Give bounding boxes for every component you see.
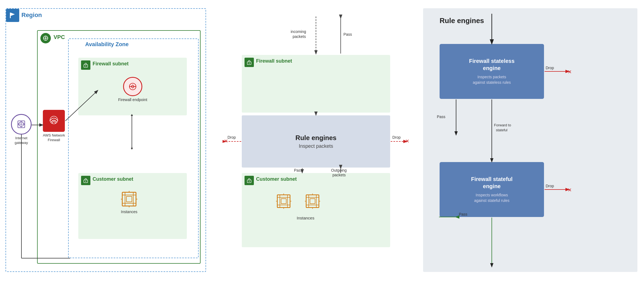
svg-rect-0 xyxy=(10,13,11,18)
left-instances-label: Instances xyxy=(121,210,137,214)
svg-text:✕: ✕ xyxy=(405,138,409,144)
mid-firewall-subnet-box: Firewall subnet xyxy=(242,55,390,113)
rule-engines-title: Rule engines xyxy=(295,134,336,142)
mid-incoming-label: incoming xyxy=(291,29,306,34)
nfw-icon xyxy=(43,110,65,132)
stateless-engine-sub: Inspects packetsagainst stateless rules xyxy=(473,74,511,85)
mid-firewall-subnet-label: Firewall subnet xyxy=(256,58,292,64)
svg-point-5 xyxy=(85,66,86,66)
mid-instances-label: Instances xyxy=(297,216,314,220)
svg-text:packets: packets xyxy=(293,34,306,39)
svg-text:Forward to: Forward to xyxy=(494,123,511,127)
mid-instances-row xyxy=(275,192,321,210)
left-instance-icon xyxy=(120,190,139,209)
region-label: Region xyxy=(21,12,42,19)
stateful-engine-sub: Inspects workflowsagainst stateful rules xyxy=(474,193,509,203)
svg-text:Pass: Pass xyxy=(294,168,302,172)
diagram-container: Region VPC Availability Zone Firewall su… xyxy=(0,0,644,284)
left-customer-subnet-icon xyxy=(81,176,90,185)
svg-rect-17 xyxy=(126,196,132,202)
firewall-endpoint-label: Firewall endpoint xyxy=(118,98,147,102)
svg-text:Pass: Pass xyxy=(437,115,445,119)
left-firewall-subnet-box: Firewall subnet Firewall endpoint xyxy=(78,58,187,115)
svg-text:Pass: Pass xyxy=(343,32,352,37)
left-firewall-subnet-label: Firewall subnet xyxy=(93,61,129,67)
az-label: Availability Zone xyxy=(85,41,129,48)
mid-instance-icon-2 xyxy=(304,192,321,210)
svg-rect-37 xyxy=(277,195,290,207)
nfw-box: AWS NetworkFirewall xyxy=(43,110,65,143)
svg-text:Drop: Drop xyxy=(546,66,554,70)
svg-text:stateful: stateful xyxy=(496,128,507,132)
region-icon xyxy=(6,9,19,22)
svg-text:Drop: Drop xyxy=(546,184,554,188)
stateful-engine-box: Firewall statefulengine Inspects workflo… xyxy=(440,162,544,217)
svg-text:✕: ✕ xyxy=(568,187,572,193)
svg-text:Outgoing: Outgoing xyxy=(331,168,347,172)
left-instance-box: Instances xyxy=(120,190,139,214)
stateless-engine-box: Firewall statelessengine Inspects packet… xyxy=(440,44,544,99)
svg-point-36 xyxy=(249,181,250,182)
svg-point-34 xyxy=(249,63,250,64)
vpc-label: VPC xyxy=(54,34,65,40)
mid-customer-subnet-icon xyxy=(245,176,254,185)
svg-point-11 xyxy=(85,181,86,182)
left-customer-subnet-box: Customer subnet Instances xyxy=(78,173,187,239)
igw-box: Internetgateway xyxy=(11,114,32,145)
svg-text:Drop: Drop xyxy=(392,135,401,140)
rule-engines-box: Rule engines Inspect packets xyxy=(242,115,390,168)
svg-rect-12 xyxy=(122,192,136,206)
igw-label: Internetgateway xyxy=(15,136,28,145)
rule-engines-sub: Inspect packets xyxy=(299,143,333,149)
left-customer-subnet-label: Customer subnet xyxy=(93,176,133,182)
firewall-endpoint-icon xyxy=(123,77,142,96)
igw-icon xyxy=(11,114,32,135)
mid-instance-icon-1 xyxy=(275,192,293,210)
firewall-endpoint-icon-box: Firewall endpoint xyxy=(118,77,147,102)
nfw-label: AWS NetworkFirewall xyxy=(43,133,65,143)
right-diagram: Rule engines Firewall statelessengine In… xyxy=(423,8,637,272)
svg-text:✕: ✕ xyxy=(224,138,228,144)
mid-customer-subnet-label: Customer subnet xyxy=(256,176,297,182)
svg-marker-1 xyxy=(11,13,15,16)
mid-customer-subnet-box: Customer subnet xyxy=(242,173,390,247)
svg-text:Drop: Drop xyxy=(227,135,236,140)
svg-text:✕: ✕ xyxy=(568,69,572,75)
stateful-engine-title: Firewall statefulengine xyxy=(471,176,512,190)
svg-rect-52 xyxy=(310,199,315,204)
vpc-icon xyxy=(40,33,51,43)
middle-diagram: Firewall subnet Rule engines Inspect pac… xyxy=(223,8,409,272)
svg-rect-42 xyxy=(281,199,286,204)
mid-firewall-subnet-icon xyxy=(245,58,254,67)
right-title: Rule engines xyxy=(440,16,484,25)
svg-rect-47 xyxy=(306,195,319,207)
left-firewall-subnet-icon xyxy=(81,60,90,70)
stateless-engine-title: Firewall statelessengine xyxy=(469,57,515,72)
